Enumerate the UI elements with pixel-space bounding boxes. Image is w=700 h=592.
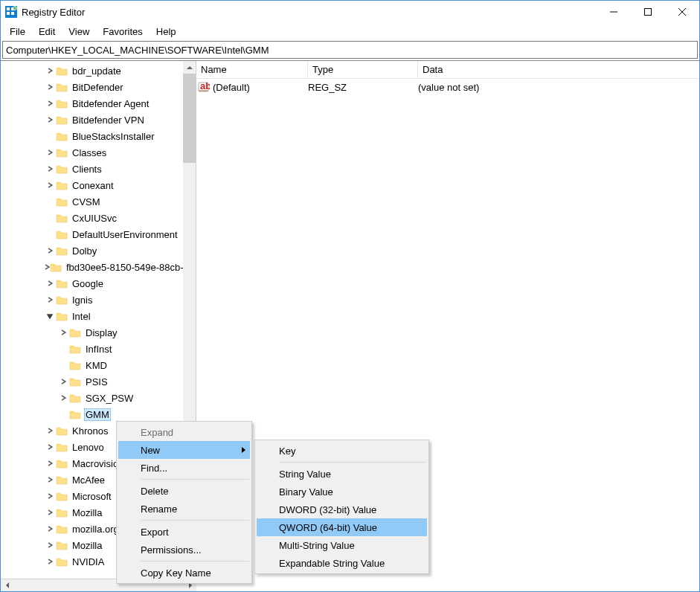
menu-view[interactable]: View (62, 25, 95, 39)
column-header-type[interactable]: Type (308, 61, 418, 78)
scroll-up-button[interactable] (183, 61, 196, 74)
tree-item[interactable]: BitDefender (1, 79, 183, 95)
tree-item[interactable]: GMM (1, 406, 183, 422)
close-button[interactable] (665, 1, 699, 23)
tree-item[interactable]: Display (1, 324, 183, 341)
tree-item[interactable]: Classes (1, 144, 183, 161)
expand-chevron-icon[interactable] (44, 100, 56, 106)
menu-item-label: Key (279, 445, 295, 457)
expand-chevron-icon[interactable] (44, 559, 56, 564)
tree-item-label: GMM (84, 408, 111, 421)
menu-help[interactable]: Help (150, 25, 182, 39)
scroll-thumb[interactable] (183, 74, 196, 163)
tree-item-label: Conexant (71, 179, 115, 192)
tree-item[interactable]: PSIS (1, 373, 183, 390)
menu-edit[interactable]: Edit (33, 25, 61, 39)
tree-item[interactable]: Dolby (1, 242, 183, 259)
address-bar[interactable]: Computer\HKEY_LOCAL_MACHINE\SOFTWARE\Int… (2, 41, 698, 59)
context-menu[interactable]: ExpandNewFind...DeleteRenameExportPermis… (116, 421, 252, 584)
submenu-item[interactable]: Expandable String Value (257, 554, 427, 572)
tree-item[interactable]: bdr_update (1, 62, 183, 79)
expand-chevron-icon[interactable] (57, 379, 69, 385)
value-row[interactable]: ab (Default) REG_SZ (value not set) (196, 79, 699, 95)
menu-item-label: DWORD (32-bit) Value (279, 504, 376, 515)
context-menu-item[interactable]: Export (118, 523, 250, 541)
submenu-item[interactable]: DWORD (32-bit) Value (257, 501, 427, 518)
expand-chevron-icon[interactable] (44, 84, 56, 90)
tree-item-label: Google (71, 277, 105, 290)
scroll-left-button[interactable] (1, 579, 13, 591)
tree-item[interactable]: Conexant (1, 177, 183, 193)
expand-chevron-icon[interactable] (44, 117, 56, 123)
expand-chevron-icon[interactable] (44, 542, 56, 548)
tree-item[interactable]: Bitdefender Agent (1, 95, 183, 112)
tree-item[interactable]: fbd30ee5-8150-549e-88cb-e817e8433c93 (1, 259, 183, 275)
maximize-button[interactable] (631, 1, 665, 23)
expand-chevron-icon[interactable] (44, 248, 56, 254)
expand-chevron-icon[interactable] (44, 264, 50, 270)
tree-item-label: Mozilla (71, 506, 103, 519)
tree-item[interactable]: Bitdefender VPN (1, 112, 183, 128)
new-submenu[interactable]: KeyString ValueBinary ValueDWORD (32-bit… (254, 440, 429, 574)
folder-icon (56, 228, 68, 240)
address-path: Computer\HKEY_LOCAL_MACHINE\SOFTWARE\Int… (3, 45, 269, 56)
expand-chevron-icon[interactable] (44, 166, 56, 172)
column-header-data[interactable]: Data (418, 61, 699, 78)
expand-chevron-icon[interactable] (44, 313, 56, 319)
expand-chevron-icon[interactable] (44, 526, 56, 532)
expand-chevron-icon[interactable] (44, 477, 56, 483)
context-menu-item[interactable]: Rename (118, 500, 250, 518)
menu-favorites[interactable]: Favorites (97, 25, 148, 39)
expand-chevron-icon[interactable] (44, 297, 56, 303)
expand-chevron-icon[interactable] (44, 493, 56, 499)
column-header-name[interactable]: Name (196, 61, 308, 78)
context-menu-item[interactable]: New (118, 441, 250, 459)
tree-item-label: Intel (71, 310, 92, 323)
tree-item[interactable]: KMD (1, 357, 183, 373)
expand-chevron-icon[interactable] (44, 460, 56, 466)
context-menu-item[interactable]: Find... (118, 459, 250, 477)
menu-item-label: Binary Value (279, 486, 333, 498)
submenu-item[interactable]: Multi-String Value (257, 536, 427, 554)
submenu-item[interactable]: String Value (257, 465, 427, 483)
expand-chevron-icon[interactable] (57, 329, 69, 335)
submenu-item[interactable]: QWORD (64-bit) Value (257, 518, 427, 536)
menu-separator (141, 520, 249, 521)
folder-icon (56, 212, 68, 224)
expand-chevron-icon[interactable] (44, 149, 56, 155)
tree-item[interactable]: BlueStacksInstaller (1, 128, 183, 144)
expand-chevron-icon[interactable] (44, 509, 56, 515)
tree-item[interactable]: CxUIUSvc (1, 210, 183, 226)
menu-separator (141, 479, 249, 480)
minimize-button[interactable] (597, 1, 631, 23)
tree-item[interactable]: Google (1, 275, 183, 292)
tree-item[interactable]: InfInst (1, 341, 183, 357)
tree-item[interactable]: SGX_PSW (1, 390, 183, 406)
content-area: bdr_updateBitDefenderBitdefender AgentBi… (1, 60, 699, 579)
value-data: (value not set) (418, 82, 699, 93)
tree-item[interactable]: Intel (1, 308, 183, 324)
expand-chevron-icon[interactable] (44, 182, 56, 188)
tree-item[interactable]: DefaultUserEnvironment (1, 226, 183, 242)
folder-icon (56, 277, 68, 289)
submenu-item[interactable]: Key (257, 442, 427, 460)
tree-item[interactable]: Clients (1, 161, 183, 177)
expand-chevron-icon[interactable] (44, 444, 56, 450)
context-menu-item[interactable]: Copy Key Name (118, 564, 250, 582)
context-menu-item[interactable]: Delete (118, 482, 250, 500)
submenu-item[interactable]: Binary Value (257, 483, 427, 501)
folder-icon (56, 523, 68, 535)
expand-chevron-icon[interactable] (44, 280, 56, 286)
tree-item[interactable]: CVSM (1, 193, 183, 210)
expand-chevron-icon[interactable] (57, 395, 69, 401)
expand-chevron-icon[interactable] (44, 428, 56, 434)
tree-item[interactable]: Ignis (1, 292, 183, 308)
tree-item-label: Microsoft (71, 490, 113, 503)
menu-item-label: Rename (141, 503, 177, 515)
app-icon (5, 6, 17, 18)
tree-item-label: McAfee (71, 474, 106, 486)
menu-file[interactable]: File (4, 25, 31, 39)
context-menu-item[interactable]: Permissions... (118, 541, 250, 559)
folder-icon (56, 474, 68, 486)
expand-chevron-icon[interactable] (44, 68, 56, 74)
